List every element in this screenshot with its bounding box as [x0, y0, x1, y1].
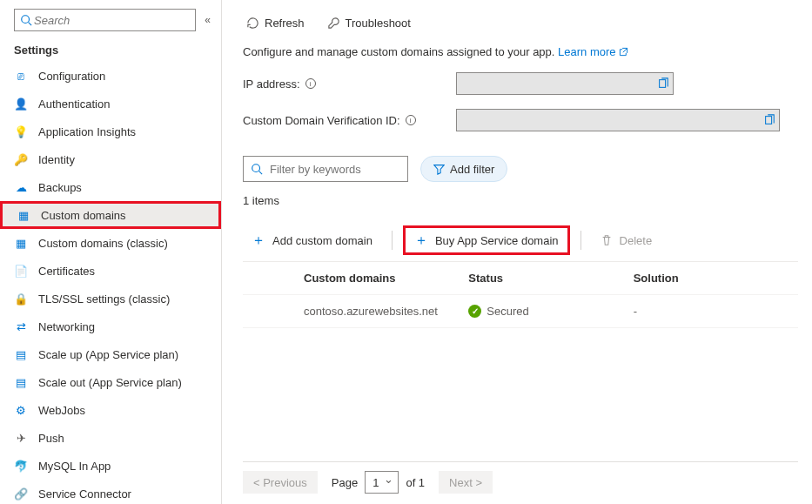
sliders-icon: ⎚ [14, 69, 28, 83]
add-filter-button[interactable]: Add filter [420, 156, 507, 182]
sidebar-item-label: Certificates [38, 265, 95, 278]
info-icon[interactable]: i [406, 115, 416, 125]
cell-domain: contoso.azurewebsites.net [304, 305, 468, 318]
sidebar-item-identity[interactable]: 🔑Identity [0, 145, 221, 173]
table-header: Custom domains Status Solution [243, 262, 798, 295]
connector-icon: 🔗 [14, 487, 28, 501]
sidebar-item-label: Scale out (App Service plan) [38, 376, 182, 389]
person-icon: 👤 [14, 97, 28, 111]
refresh-label: Refresh [265, 17, 305, 30]
sidebar-item-custom-domains-classic-[interactable]: ▦Custom domains (classic) [0, 229, 221, 257]
sidebar-item-scale-out-app-service-plan-[interactable]: ▤Scale out (App Service plan) [0, 368, 221, 396]
page-label: Page [332, 476, 358, 489]
next-button: Next > [439, 471, 493, 494]
filter-keywords-input[interactable] [268, 162, 400, 177]
th-custom-domains[interactable]: Custom domains [304, 272, 468, 285]
sidebar-item-label: Identity [38, 153, 75, 166]
sidebar-item-label: Service Connector [38, 487, 131, 501]
previous-button: < Previous [243, 471, 318, 494]
sidebar-item-label: Backups [38, 181, 82, 194]
domain-classic-icon: ▦ [14, 236, 28, 250]
sidebar-item-push[interactable]: ✈Push [0, 424, 221, 452]
add-filter-label: Add filter [450, 163, 494, 176]
info-icon[interactable]: i [305, 78, 316, 89]
svg-line-1 [29, 23, 32, 26]
filter-keywords-box[interactable] [243, 156, 408, 182]
filter-row: Add filter [243, 156, 798, 182]
sidebar-item-certificates[interactable]: 📄Certificates [0, 257, 221, 285]
sidebar-item-label: WebJobs [38, 404, 85, 417]
plus-icon: ＋ [414, 233, 428, 247]
sidebar-item-webjobs[interactable]: ⚙WebJobs [0, 396, 221, 424]
refresh-button[interactable]: Refresh [243, 15, 308, 31]
svg-point-4 [252, 165, 260, 172]
sidebar-item-label: Authentication [38, 97, 110, 111]
items-count: 1 items [243, 194, 798, 207]
copy-icon[interactable] [657, 77, 669, 90]
sidebar-item-backups[interactable]: ☁Backups [0, 173, 221, 201]
intro-text-row: Configure and manage custom domains assi… [243, 45, 798, 58]
scale-out-icon: ▤ [14, 375, 28, 389]
svg-rect-3 [766, 117, 772, 124]
main-content: Refresh Troubleshoot Configure and manag… [222, 0, 812, 504]
sidebar-item-networking[interactable]: ⇄Networking [0, 312, 221, 340]
ip-address-field [456, 72, 674, 95]
troubleshoot-label: Troubleshoot [346, 17, 411, 30]
sidebar-item-configuration[interactable]: ⎚Configuration [0, 62, 221, 90]
sidebar-item-label: MySQL In App [38, 460, 111, 473]
cell-solution: - [634, 305, 798, 318]
separator [392, 231, 393, 250]
svg-line-5 [259, 171, 263, 175]
sidebar-item-authentication[interactable]: 👤Authentication [0, 90, 221, 118]
cloud-backup-icon: ☁ [14, 180, 28, 194]
th-solution[interactable]: Solution [634, 272, 798, 285]
plus-icon: ＋ [252, 233, 265, 247]
copy-icon[interactable] [763, 114, 775, 126]
sidebar-search-row: « [0, 5, 221, 38]
refresh-icon [246, 17, 259, 30]
network-icon: ⇄ [14, 319, 28, 333]
domains-table: Custom domains Status Solution contoso.a… [243, 261, 798, 328]
scale-up-icon: ▤ [14, 347, 28, 361]
funnel-icon [433, 164, 445, 175]
sidebar-item-label: Custom domains [41, 209, 126, 222]
cell-status: ✓Secured [468, 305, 633, 318]
push-icon: ✈ [14, 431, 28, 445]
collapse-sidebar-icon[interactable]: « [201, 10, 214, 30]
troubleshoot-button[interactable]: Troubleshoot [324, 15, 414, 31]
ip-address-label: IP address: i [243, 77, 456, 91]
sidebar-item-label: Networking [38, 320, 95, 333]
th-status[interactable]: Status [468, 272, 633, 285]
sidebar-item-label: Push [38, 432, 64, 445]
sidebar-item-scale-up-app-service-plan-[interactable]: ▤Scale up (App Service plan) [0, 340, 221, 368]
sidebar-item-label: TLS/SSL settings (classic) [38, 292, 170, 306]
sidebar-search-box[interactable] [14, 9, 196, 31]
mysql-icon: 🐬 [14, 459, 28, 473]
sidebar-item-application-insights[interactable]: 💡Application Insights [0, 118, 221, 145]
ip-address-row: IP address: i [243, 72, 798, 95]
verification-id-label: Custom Domain Verification ID: i [243, 114, 456, 127]
toolbar: Refresh Troubleshoot [243, 7, 798, 38]
webjobs-icon: ⚙ [14, 403, 28, 417]
table-row[interactable]: contoso.azurewebsites.net✓Secured- [243, 295, 798, 328]
sidebar-item-service-connector[interactable]: 🔗Service Connector [0, 480, 221, 504]
lock-icon: 🔒 [14, 292, 28, 306]
sidebar-item-mysql-in-app[interactable]: 🐬MySQL In App [0, 452, 221, 480]
sidebar-item-tls-ssl-settings-classic-[interactable]: 🔒TLS/SSL settings (classic) [0, 285, 221, 312]
learn-more-link[interactable]: Learn more [558, 45, 628, 58]
buy-app-service-domain-button[interactable]: ＋ Buy App Service domain [403, 225, 570, 255]
pager: < Previous Page 1 of 1 Next > [243, 461, 798, 494]
sidebar-nav: ⎚Configuration👤Authentication💡Applicatio… [0, 62, 221, 504]
sidebar-search-input[interactable] [32, 13, 190, 28]
trash-icon [601, 234, 613, 246]
status-secured-icon: ✓ [468, 305, 481, 318]
wrench-icon [327, 17, 340, 30]
action-row: ＋ Add custom domain ＋ Buy App Service do… [243, 223, 798, 258]
search-icon [20, 14, 32, 26]
add-custom-domain-button[interactable]: ＋ Add custom domain [243, 228, 381, 252]
page-select[interactable]: 1 [365, 471, 399, 494]
separator [580, 231, 581, 250]
sidebar-item-custom-domains[interactable]: ▦Custom domains [0, 201, 221, 229]
sidebar-item-label: Application Insights [38, 125, 136, 138]
sidebar-item-label: Custom domains (classic) [38, 237, 168, 250]
